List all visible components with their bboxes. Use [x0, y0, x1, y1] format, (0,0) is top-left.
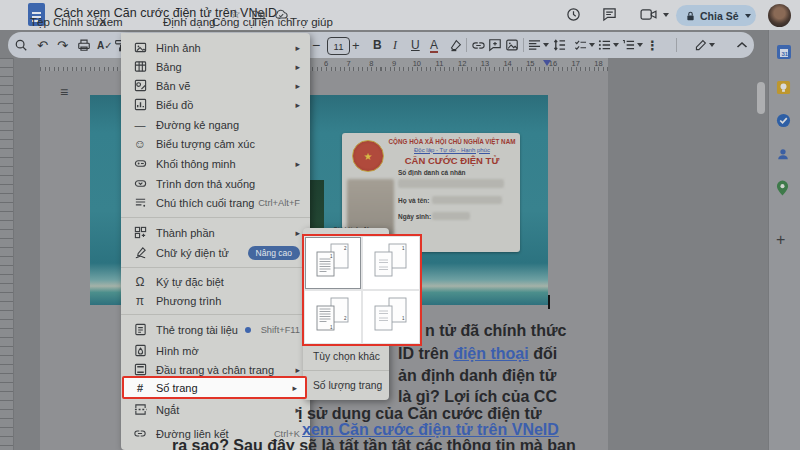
card-country: CỘNG HÒA XÃ HỘI CHỦ NGHĨA VIỆT NAM — [386, 138, 518, 145]
menu-item-document-tabs[interactable]: Thẻ trong tài liệu Shift+F11 — [121, 320, 310, 339]
add-comment-icon[interactable] — [488, 37, 502, 53]
table-icon — [133, 60, 147, 73]
ruler-number: 11 — [434, 59, 446, 68]
video-call-caret-icon[interactable] — [663, 13, 669, 17]
menu-item-drawing[interactable]: Bản vẽ ▸ — [121, 76, 310, 95]
font-size-decrease-button[interactable]: − — [312, 37, 320, 53]
menu-item-table[interactable]: Bảng ▸ — [121, 57, 310, 76]
document-tab-icon — [133, 323, 147, 336]
italic-button[interactable]: I — [393, 37, 397, 53]
menu-view[interactable]: Xem — [99, 16, 123, 28]
print-icon[interactable] — [77, 37, 91, 53]
menu-item-chart[interactable]: Biểu đồ ▸ — [121, 95, 310, 114]
smart-chip-icon — [133, 157, 147, 170]
contacts-icon[interactable] — [776, 147, 790, 161]
menu-divider — [303, 370, 389, 371]
comments-icon[interactable] — [602, 7, 617, 22]
editing-mode-icon[interactable] — [694, 37, 715, 53]
avatar[interactable] — [768, 4, 791, 27]
card-dob-value-blurred — [432, 212, 470, 220]
share-button[interactable]: Chia Sẻ — [676, 5, 756, 26]
menu-item-horizontal-line[interactable]: — Đường kẻ ngang — [121, 115, 310, 134]
menu-item-break[interactable]: Ngắt ▸ — [121, 400, 310, 419]
text-cursor — [548, 295, 550, 309]
menu-divider — [121, 314, 310, 315]
maps-icon[interactable] — [776, 180, 789, 196]
page-number-option-top-from-page-two[interactable]: 1 — [362, 236, 420, 290]
ruler-number: 12 — [456, 59, 468, 68]
insert-link-icon[interactable] — [471, 37, 486, 53]
hash-icon: # — [133, 382, 147, 394]
vietnam-emblem-icon: ★ — [352, 140, 384, 172]
page-number-option-top-all-pages[interactable]: 21 — [304, 236, 362, 290]
tasks-icon[interactable] — [776, 113, 791, 128]
bold-button[interactable]: B — [373, 37, 382, 53]
menu-shortcut: Shift+F11 — [261, 325, 300, 335]
share-caret-icon — [745, 14, 751, 18]
line-spacing-icon[interactable] — [553, 37, 566, 53]
vertical-ruler[interactable] — [0, 58, 14, 450]
menu-extensions[interactable]: Tiện ích — [252, 16, 292, 28]
menu-item-smart-chips[interactable]: Khối thông minh ▸ — [121, 154, 310, 173]
svg-text:31: 31 — [782, 51, 789, 57]
document-outline-icon[interactable]: ≡ — [60, 84, 68, 100]
undo-icon[interactable]: ↶ — [37, 37, 48, 53]
menu-tools[interactable]: Công cụ — [212, 16, 255, 28]
font-size-input[interactable]: 11 — [327, 37, 350, 55]
submenu-arrow-icon: ▸ — [292, 383, 297, 393]
google-docs-window: 6789101112131415161718 ≡ ★ CỘNG HÒA XÃ H… — [0, 0, 800, 450]
vneid-article-link[interactable]: xem Căn cước điện tử trên VNeID — [302, 421, 559, 438]
redo-icon[interactable]: ↷ — [57, 37, 68, 53]
menu-item-esignature[interactable]: Chữ ký điện tử Nâng cao — [121, 243, 310, 262]
page-number-option-bottom-from-page-two[interactable]: 1 — [362, 290, 420, 344]
highlight-color-icon[interactable] — [449, 37, 462, 53]
ruler-number: 9 — [388, 59, 400, 68]
premium-badge: Nâng cao — [248, 246, 300, 260]
font-size-increase-button[interactable]: + — [352, 37, 360, 53]
underline-button[interactable]: U — [411, 37, 420, 53]
version-history-icon[interactable] — [566, 7, 581, 22]
spellcheck-icon[interactable]: A✓ — [97, 37, 113, 53]
card-name-label: Họ và tên: — [398, 197, 429, 204]
new-feature-dot — [245, 327, 251, 333]
keep-notes-icon[interactable] — [776, 80, 791, 95]
menu-item-footnote[interactable]: Chú thích cuối trang Ctrl+Alt+F — [121, 193, 310, 212]
menu-item-watermark[interactable]: Hình mờ — [121, 341, 310, 360]
menu-help[interactable]: Trợ giúp — [290, 16, 333, 28]
text-color-button[interactable]: A — [430, 38, 438, 53]
more-tools-icon[interactable]: ⋮ — [646, 37, 659, 53]
bulleted-list-icon[interactable] — [598, 37, 619, 53]
align-icon[interactable] — [528, 37, 549, 53]
checklist-icon[interactable] — [574, 37, 595, 53]
doc-text-line: ID trên điện thoại đối — [398, 345, 557, 363]
menu-item-building-blocks[interactable]: Thành phần ▸ — [121, 223, 310, 242]
menu-item-page-numbers[interactable]: # Số trang ▸ — [122, 376, 307, 399]
menu-item-special-characters[interactable]: Ω Ký tự đặc biệt — [121, 272, 310, 291]
menu-file[interactable]: Tệp — [30, 16, 50, 28]
page-count-item[interactable]: Số lượng trang — [303, 375, 389, 395]
lock-icon — [685, 10, 696, 22]
search-icon[interactable] — [14, 37, 28, 53]
doc-text-line: là gì? Lợi ích của CC — [398, 388, 557, 406]
vertical-scrollbar[interactable] — [757, 82, 765, 114]
omega-icon: Ω — [133, 275, 147, 289]
page-number-option-bottom-all-pages[interactable]: 21 — [304, 290, 362, 344]
phone-link[interactable]: điện thoại — [453, 345, 529, 362]
ruler-number: 14 — [502, 59, 514, 68]
video-call-icon[interactable] — [640, 8, 657, 21]
more-options-item[interactable]: Tùy chọn khác — [303, 346, 389, 366]
insert-image-icon[interactable] — [505, 37, 519, 53]
calendar-icon[interactable]: 31 — [776, 44, 792, 60]
ruler-number: 8 — [365, 59, 377, 68]
menu-item-dropdown-chip[interactable]: Trình đơn thả xuống — [121, 174, 310, 193]
menu-item-equation[interactable]: π Phương trình — [121, 291, 310, 310]
menu-item-emoji[interactable]: ☺ Biểu tượng cảm xúc — [121, 134, 310, 153]
submenu-arrow-icon: ▸ — [295, 100, 300, 110]
menu-format[interactable]: Định dạng — [163, 16, 215, 28]
image-icon — [133, 41, 147, 54]
right-indent-marker[interactable] — [543, 60, 551, 66]
numbered-list-icon[interactable] — [622, 37, 643, 53]
menu-item-image[interactable]: Hình ảnh ▸ — [121, 38, 310, 57]
hide-menus-icon[interactable] — [736, 37, 748, 53]
get-addons-icon[interactable]: + — [776, 231, 785, 249]
